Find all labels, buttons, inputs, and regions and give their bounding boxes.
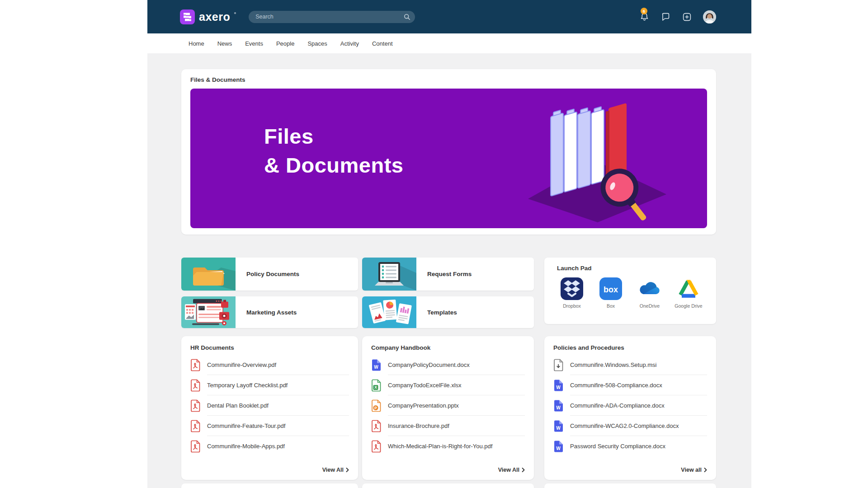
file-row[interactable]: Insurance-Brochure.pdf (371, 416, 525, 436)
axero-logo-icon (180, 9, 195, 24)
nav-item-content[interactable]: Content (372, 40, 393, 47)
launch-app-label: Box (607, 303, 615, 309)
notification-badge: 6 (641, 8, 647, 14)
file-row[interactable]: Which-Medical-Plan-is-Right-for-You.pdf (371, 436, 525, 456)
search-icon[interactable] (404, 14, 410, 22)
msi-file-icon (553, 359, 564, 371)
dropbox-icon (561, 277, 583, 300)
chevron-right-icon (346, 468, 349, 472)
file-name: Communifire-Mobile-Apps.pdf (207, 443, 285, 450)
svg-text:W: W (374, 364, 378, 369)
launch-app-box[interactable]: box Box (596, 277, 626, 309)
box-icon: box (599, 277, 622, 300)
file-row[interactable]: Dental Plan Booklet.pdf (190, 395, 349, 416)
logo-wordmark: axero (199, 9, 230, 24)
svg-text:W: W (556, 385, 561, 389)
launch-app-dropbox[interactable]: Dropbox (557, 277, 587, 309)
launch-app-label: OneDrive (640, 303, 660, 309)
google-drive-icon (678, 277, 699, 300)
file-list: Communifire-Overview.pdf Temporary Layof… (190, 355, 349, 456)
create-content-button[interactable] (682, 12, 692, 22)
file-name: Communifire-ADA-Compliance.docx (570, 402, 665, 409)
file-name: Which-Medical-Plan-is-Right-for-You.pdf (388, 443, 492, 450)
svg-text:W: W (556, 405, 561, 410)
card-partial (181, 483, 358, 488)
file-row[interactable]: Communifire.Windows.Setup.msi (553, 355, 707, 375)
file-row[interactable]: W Communifire-508-Compliance.docx (553, 375, 707, 395)
card-partial (362, 483, 534, 488)
tile-policy-documents[interactable]: Policy Documents (181, 258, 358, 291)
word-file-icon: W (553, 379, 564, 392)
page-content: Files & Documents Files & Documents (147, 53, 751, 488)
tile-templates[interactable]: Templates (362, 296, 534, 328)
file-row[interactable]: W Password Security Compliance.docx (553, 436, 707, 456)
svg-text:W: W (556, 446, 561, 450)
pdf-file-icon (190, 399, 201, 412)
file-row[interactable]: Temporary Layoff Checklist.pdf (190, 375, 349, 395)
nav-item-news[interactable]: News (217, 40, 232, 47)
file-row[interactable]: P CompanyPresentation.pptx (371, 395, 525, 416)
nav-item-home[interactable]: Home (189, 40, 204, 47)
launch-app-google-drive[interactable]: Google Drive (674, 277, 703, 309)
file-row[interactable]: Communifire-Overview.pdf (190, 355, 349, 375)
pdf-file-icon (371, 440, 382, 453)
user-avatar[interactable] (703, 10, 716, 23)
pdf-file-icon (190, 420, 201, 432)
tile-label: Marketing Assets (236, 309, 297, 316)
tilted-documents-illustration-icon (362, 296, 416, 328)
nav-item-people[interactable]: People (276, 40, 294, 47)
notifications-button[interactable]: 6 (639, 12, 649, 22)
search-input[interactable] (249, 11, 415, 23)
file-name: Temporary Layoff Checklist.pdf (207, 382, 288, 389)
word-file-icon: W (371, 359, 382, 371)
chat-button[interactable] (660, 12, 670, 22)
file-name: Communifire-Feature-Tour.pdf (207, 422, 285, 429)
card-partial (544, 483, 716, 488)
file-list: W CompanyPolicyDocument.docx X CompanyTo… (371, 355, 525, 456)
card-title: HR Documents (190, 344, 349, 351)
view-all-link[interactable]: View All (498, 467, 525, 473)
quick-links-row: Policy Documents (181, 258, 716, 328)
nav-item-events[interactable]: Events (245, 40, 263, 47)
file-row[interactable]: X CompanyTodoExcelFile.xlsx (371, 375, 525, 395)
file-row[interactable]: Communifire-Feature-Tour.pdf (190, 416, 349, 436)
card-title: Company Handbook (371, 344, 525, 351)
view-all-link[interactable]: View All (322, 467, 349, 473)
file-name: Communifire-Overview.pdf (207, 361, 276, 368)
search-bar (249, 11, 415, 23)
launch-app-onedrive[interactable]: OneDrive (635, 277, 665, 309)
file-row[interactable]: W CompanyPolicyDocument.docx (371, 355, 525, 375)
tile-marketing-assets[interactable]: Marketing Assets (181, 296, 358, 328)
launch-pad-apps: Dropbox box Box (557, 277, 703, 309)
tile-label: Request Forms (416, 271, 472, 277)
hr-documents-card: HR Documents Communifire-Overview.pdf Te… (181, 336, 358, 480)
tile-request-forms[interactable]: Request Forms (362, 258, 534, 291)
file-row[interactable]: W Communifire-WCAG2.0-Compliance.docx (553, 416, 707, 436)
axero-logo[interactable]: axero (180, 9, 236, 24)
svg-text:W: W (556, 425, 561, 430)
file-row[interactable]: W Communifire-ADA-Compliance.docx (553, 395, 707, 416)
nav-item-activity[interactable]: Activity (340, 40, 359, 47)
files-documents-banner: Files & Documents (190, 89, 707, 228)
file-row[interactable]: Communifire-Mobile-Apps.pdf (190, 436, 349, 456)
tile-label: Policy Documents (236, 271, 299, 277)
trademark-dot (234, 12, 236, 14)
laptop-checklist-illustration-icon (362, 258, 416, 291)
top-bar: axero 6 (147, 0, 751, 33)
yellow-folder-illustration-icon (181, 258, 236, 291)
header-actions: 6 (639, 10, 716, 23)
powerpoint-file-icon: P (371, 399, 382, 412)
marketing-windows-illustration-icon (181, 296, 236, 328)
chevron-right-icon (704, 468, 707, 472)
nav-item-spaces[interactable]: Spaces (307, 40, 327, 47)
plus-square-icon (682, 12, 692, 22)
folders-magnifier-illustration (507, 101, 675, 222)
chevron-right-icon (522, 468, 525, 472)
app-window: axero 6 (147, 0, 751, 488)
file-name: Dental Plan Booklet.pdf (207, 402, 269, 409)
view-all-link[interactable]: View all (681, 467, 707, 473)
pdf-file-icon (190, 379, 201, 392)
quick-link-tiles: Policy Documents (181, 258, 534, 328)
launch-pad-title: Launch Pad (557, 265, 703, 272)
file-name: Insurance-Brochure.pdf (388, 422, 449, 429)
